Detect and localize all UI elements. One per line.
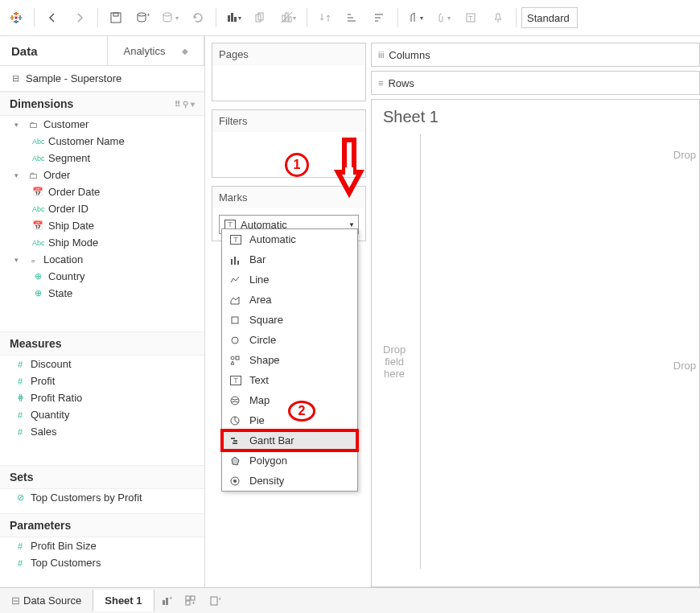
- marks-option-gantt[interactable]: Gantt Bar: [222, 430, 357, 450]
- field-profit[interactable]: #Profit: [0, 372, 204, 389]
- back-button[interactable]: [39, 6, 65, 30]
- pin-button[interactable]: [485, 6, 511, 30]
- marks-dropdown: TAutomatic Bar Line Area Square Circle S…: [221, 228, 358, 492]
- marks-option-density[interactable]: Density: [222, 471, 357, 491]
- hash-icon: #: [14, 376, 26, 386]
- new-story-button[interactable]: +: [203, 589, 227, 613]
- field-order-date[interactable]: 📅Order Date: [0, 183, 204, 200]
- rows-shelf[interactable]: ≡ Rows: [371, 71, 700, 95]
- clear-button[interactable]: ▾: [276, 6, 302, 30]
- duplicate-button[interactable]: [249, 6, 274, 30]
- option-label: Pie: [249, 414, 265, 426]
- forward-button[interactable]: [67, 6, 93, 30]
- marks-option-map[interactable]: Map: [222, 390, 357, 410]
- tab-data[interactable]: Data: [0, 36, 108, 65]
- sort-asc-button[interactable]: [340, 6, 365, 30]
- columns-icon: iii: [378, 50, 384, 60]
- field-customer-name[interactable]: AbcCustomer Name: [0, 133, 204, 150]
- marks-option-square[interactable]: Square: [222, 310, 357, 330]
- pages-shelf[interactable]: Pages: [212, 43, 366, 101]
- tab-analytics[interactable]: Analytics◆: [108, 36, 204, 65]
- tab-analytics-label: Analytics: [123, 45, 165, 57]
- axis-line: [420, 134, 421, 569]
- footer-tab-datasource[interactable]: ⊟Data Source: [0, 590, 93, 611]
- svg-rect-33: [237, 261, 239, 265]
- svg-rect-47: [163, 600, 165, 605]
- param-top-customers[interactable]: #Top Customers: [0, 554, 204, 571]
- field-order[interactable]: ▾🗀Order: [0, 167, 204, 183]
- hierarchy-icon: ₔ: [27, 254, 39, 265]
- undo-button[interactable]: [185, 6, 211, 30]
- new-datasource-button[interactable]: +: [130, 6, 156, 30]
- label-button[interactable]: T: [458, 6, 484, 30]
- columns-shelf[interactable]: iii Columns: [371, 43, 700, 67]
- field-profit-ratio[interactable]: ⋕Profit Ratio: [0, 389, 204, 406]
- marks-option-shape[interactable]: Shape: [222, 350, 357, 370]
- save-button[interactable]: [103, 6, 129, 30]
- attach-button[interactable]: ▾: [430, 6, 456, 30]
- field-ship-date[interactable]: 📅Ship Date: [0, 217, 204, 234]
- field-discount[interactable]: #Discount: [0, 356, 204, 372]
- field-country[interactable]: ⊕Country: [0, 268, 204, 285]
- marks-option-circle[interactable]: Circle: [222, 330, 357, 350]
- new-dashboard-button[interactable]: +: [179, 589, 203, 613]
- new-worksheet-button[interactable]: ▾: [221, 6, 247, 30]
- field-customer[interactable]: ▾🗀Customer: [0, 116, 204, 133]
- globe-icon: ⊕: [32, 288, 43, 298]
- field-segment[interactable]: AbcSegment: [0, 150, 204, 167]
- svg-text:+: +: [218, 595, 220, 603]
- parameters-header: Parameters: [0, 513, 204, 537]
- filters-label: Filters: [212, 110, 365, 132]
- swap-button[interactable]: [312, 6, 338, 30]
- field-label: Order: [43, 169, 70, 181]
- marks-option-pie[interactable]: Pie: [222, 410, 357, 430]
- pages-label: Pages: [212, 43, 365, 65]
- field-top-customers[interactable]: ⊘Top Customers by Profit: [0, 489, 204, 506]
- data-pane: Data Analytics◆ ⊟ Sample - Superstore Di…: [0, 36, 205, 587]
- svg-point-38: [231, 397, 239, 405]
- field-ship-mode[interactable]: AbcShip Mode: [0, 234, 204, 251]
- param-profit-bin[interactable]: #Profit Bin Size: [0, 537, 204, 554]
- svg-point-36: [231, 356, 234, 360]
- worksheet-canvas[interactable]: Sheet 1 Drop field here Drop Drop: [371, 99, 700, 587]
- marks-option-line[interactable]: Line: [222, 269, 357, 290]
- calendar-icon: 📅: [32, 187, 43, 197]
- svg-rect-54: [211, 597, 217, 605]
- svg-rect-16: [234, 17, 237, 22]
- field-order-id[interactable]: AbcOrder ID: [0, 200, 204, 217]
- svg-rect-10: [113, 13, 118, 16]
- sort-desc-button[interactable]: [367, 6, 393, 30]
- svg-rect-48: [166, 598, 168, 605]
- option-label: Text: [249, 374, 269, 386]
- fit-select[interactable]: Standard: [521, 7, 578, 28]
- footer-tab-sheet1[interactable]: Sheet 1: [93, 590, 154, 611]
- highlight-button[interactable]: ▾: [403, 6, 429, 30]
- field-sales[interactable]: #Sales: [0, 423, 204, 440]
- datasource-item[interactable]: ⊟ Sample - Superstore: [0, 66, 204, 92]
- dimensions-label: Dimensions: [10, 97, 73, 110]
- svg-text:+: +: [169, 595, 172, 602]
- marks-option-bar[interactable]: Bar: [222, 249, 357, 269]
- filters-shelf[interactable]: Filters: [212, 109, 366, 178]
- section-tools-icon[interactable]: ⠿ ⚲ ▾: [175, 100, 195, 109]
- line-icon: [230, 275, 241, 285]
- sheet-title[interactable]: Sheet 1: [372, 100, 699, 134]
- field-label: Quantity: [31, 409, 69, 421]
- marks-option-automatic[interactable]: TAutomatic: [222, 229, 357, 249]
- datasource-label: Sample - Superstore: [26, 72, 121, 84]
- option-label: Line: [249, 274, 270, 286]
- new-worksheet-button[interactable]: +: [154, 589, 179, 613]
- refresh-button[interactable]: ▾: [158, 6, 183, 30]
- marks-option-area[interactable]: Area: [222, 290, 357, 310]
- globe-icon: ⊕: [32, 271, 43, 282]
- marks-option-polygon[interactable]: Polygon: [222, 450, 357, 471]
- field-quantity[interactable]: #Quantity: [0, 406, 204, 423]
- field-location[interactable]: ▾ₔLocation: [0, 251, 204, 268]
- tableau-logo-icon[interactable]: [3, 6, 29, 30]
- text-icon: T: [230, 376, 241, 385]
- marks-option-text[interactable]: TText: [222, 370, 357, 390]
- density-icon: [230, 476, 241, 486]
- field-state[interactable]: ⊕State: [0, 285, 204, 302]
- svg-point-44: [233, 479, 237, 483]
- field-label: Order ID: [48, 203, 89, 215]
